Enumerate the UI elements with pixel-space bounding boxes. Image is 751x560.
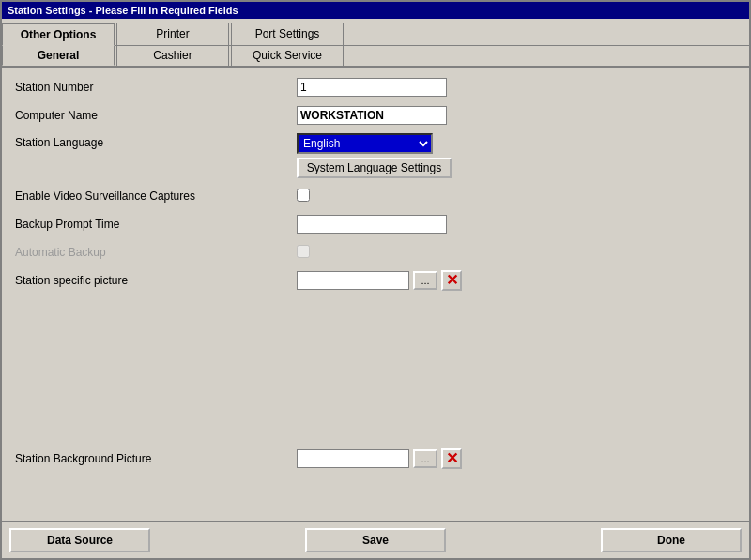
station-picture-control: ... ✕ [297, 270, 462, 291]
tab-other-options[interactable]: Other Options [2, 23, 115, 46]
station-bg-picture-row: Station Background Picture ... ✕ [15, 448, 736, 469]
enable-video-checkbox[interactable] [297, 189, 310, 202]
window-title: Station Settings - Please Fill In Requir… [8, 5, 238, 16]
station-bg-picture-label: Station Background Picture [15, 452, 297, 465]
backup-prompt-input[interactable] [297, 215, 447, 234]
station-language-controls: English Spanish French German System Lan… [297, 133, 452, 178]
station-number-input[interactable] [297, 78, 447, 97]
station-number-label: Station Number [15, 81, 297, 94]
tabs-row1: Other Options Printer Port Settings [2, 19, 749, 46]
language-select[interactable]: English Spanish French German [297, 133, 433, 154]
automatic-backup-checkbox[interactable] [297, 245, 310, 258]
station-picture-label: Station specific picture [15, 274, 297, 287]
tab-printer[interactable]: Printer [116, 23, 229, 45]
station-number-control [297, 78, 447, 97]
tab-quick-service[interactable]: Quick Service [231, 46, 344, 66]
data-source-button[interactable]: Data Source [9, 528, 150, 552]
station-picture-input[interactable] [297, 271, 409, 290]
computer-name-row: Computer Name [15, 105, 736, 126]
computer-name-control [297, 106, 447, 125]
enable-video-control [297, 189, 310, 204]
computer-name-label: Computer Name [15, 109, 297, 122]
station-bg-picture-browse-button[interactable]: ... [413, 449, 437, 468]
done-button[interactable]: Done [601, 528, 742, 552]
bg-delete-icon: ✕ [446, 451, 458, 466]
station-picture-browse-button[interactable]: ... [413, 271, 437, 290]
station-language-label: Station Language [15, 133, 297, 149]
station-number-row: Station Number [15, 77, 736, 98]
tab-general[interactable]: General [2, 46, 115, 66]
enable-video-label: Enable Video Surveillance Captures [15, 189, 297, 203]
computer-name-input[interactable] [297, 106, 447, 125]
station-picture-row: Station specific picture ... ✕ [15, 270, 736, 291]
backup-prompt-row: Backup Prompt Time [15, 214, 736, 235]
automatic-backup-row: Automatic Backup [15, 242, 736, 263]
tab-port-settings[interactable]: Port Settings [231, 23, 344, 45]
automatic-backup-label: Automatic Backup [15, 246, 297, 259]
delete-icon: ✕ [446, 273, 458, 288]
station-bg-picture-control: ... ✕ [297, 448, 462, 469]
tab-cashier[interactable]: Cashier [116, 46, 229, 66]
system-language-settings-button[interactable]: System Language Settings [297, 158, 452, 178]
save-button[interactable]: Save [305, 528, 446, 552]
content-area: Station Number Computer Name Station Lan… [2, 68, 749, 521]
station-bg-picture-input[interactable] [297, 449, 409, 468]
station-settings-window: Station Settings - Please Fill In Requir… [0, 0, 751, 560]
automatic-backup-control [297, 245, 310, 261]
tabs-row2: General Cashier Quick Service [2, 46, 749, 68]
backup-prompt-control [297, 215, 447, 234]
title-bar: Station Settings - Please Fill In Requir… [2, 2, 749, 19]
enable-video-row: Enable Video Surveillance Captures [15, 186, 736, 206]
station-language-section: Station Language English Spanish French … [15, 133, 736, 178]
backup-prompt-label: Backup Prompt Time [15, 218, 297, 231]
bottom-bar: Data Source Save Done [2, 521, 749, 558]
station-bg-picture-delete-button[interactable]: ✕ [441, 448, 462, 469]
station-picture-delete-button[interactable]: ✕ [441, 270, 462, 291]
